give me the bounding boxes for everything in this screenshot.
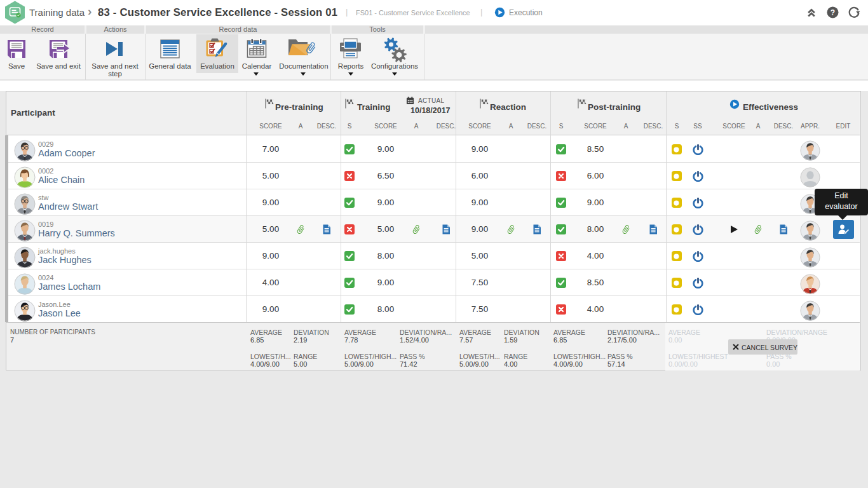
svg-text:?: ? (831, 8, 835, 17)
